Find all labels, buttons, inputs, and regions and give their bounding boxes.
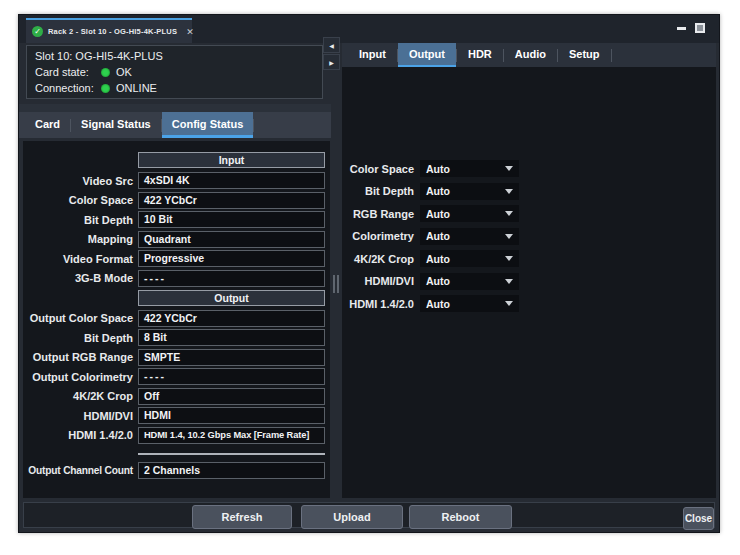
setting-row: HDMI 1.4/2.0 Auto — [342, 295, 716, 312]
config-row: HDMI/DVI HDMI — [23, 407, 325, 424]
field-value: Quadrant — [138, 231, 325, 248]
config-row: Bit Depth 10 Bit — [23, 211, 325, 228]
setting-label: RGB Range — [342, 208, 420, 220]
window-controls — [677, 23, 705, 33]
tab-card[interactable]: Card — [25, 112, 70, 138]
dropdown-value: Auto — [426, 253, 450, 265]
card-info-panel: Slot 10: OG-HI5-4K-PLUS Card state: OK C… — [26, 45, 323, 99]
connection-value: ONLINE — [116, 82, 157, 94]
section-divider — [138, 453, 325, 455]
tab-input[interactable]: Input — [348, 43, 397, 67]
setting-row: Colorimetry Auto — [342, 228, 716, 245]
dropdown-colorimetry[interactable]: Auto — [420, 228, 519, 245]
upload-button[interactable]: Upload — [301, 505, 403, 529]
card-state-led-icon — [101, 68, 110, 77]
field-value: 422 YCbCr — [138, 192, 325, 209]
field-label: Color Space — [23, 194, 138, 206]
setting-row: Color Space Auto — [342, 160, 716, 177]
dropdown-caret-icon — [505, 279, 513, 284]
setting-row: Bit Depth Auto — [342, 183, 716, 200]
footer-bar: Refresh Upload Reboot Close — [19, 498, 719, 532]
rack-slot-tab[interactable]: ✓ Rack 2 - Slot 10 - OG-HI5-4K-PLUS ✕ — [26, 18, 192, 43]
field-label: Mapping — [23, 233, 138, 245]
dropdown-rgb-range[interactable]: Auto — [420, 205, 519, 222]
card-tab-bar: Card Signal Status Config Status — [19, 112, 331, 138]
field-value: SMPTE — [138, 349, 325, 366]
field-value: HDMI 1.4, 10.2 Gbps Max [Frame Rate] — [138, 427, 325, 444]
field-value: Off — [138, 388, 325, 405]
dropdown-value: Auto — [426, 185, 450, 197]
panel-collapse-controls: ◀ ▶ — [323, 37, 340, 71]
config-row: Output RGB Range SMPTE — [23, 349, 325, 366]
setting-row: RGB Range Auto — [342, 205, 716, 222]
config-row: 4K/2K Crop Off — [23, 388, 325, 405]
field-label: Output Colorimetry — [23, 371, 138, 383]
refresh-button[interactable]: Refresh — [192, 505, 292, 529]
tab-setup[interactable]: Setup — [558, 43, 611, 67]
tab-close-icon[interactable]: ✕ — [182, 27, 194, 37]
close-button[interactable]: Close — [683, 507, 714, 530]
card-state-row: Card state: OK — [35, 65, 314, 80]
tab-config-status[interactable]: Config Status — [162, 112, 254, 138]
slot-title: Slot 10: OG-HI5-4K-PLUS — [35, 49, 314, 64]
dropdown-color-space[interactable]: Auto — [420, 160, 519, 177]
tab-signal-status[interactable]: Signal Status — [71, 112, 161, 138]
panel-splitter[interactable] — [330, 43, 342, 500]
maximize-icon[interactable] — [695, 23, 705, 33]
field-label: 4K/2K Crop — [23, 390, 138, 402]
dropdown-caret-icon — [505, 166, 513, 171]
dropdown-bit-depth[interactable]: Auto — [420, 183, 519, 200]
config-row: Color Space 422 YCbCr — [23, 192, 325, 209]
setting-label: HDMI 1.4/2.0 — [342, 298, 420, 310]
tab-separator — [611, 49, 612, 62]
config-row: Video Format Progressive — [23, 250, 325, 267]
output-settings-panel: Color Space Auto Bit Depth Auto RGB Rang… — [342, 67, 716, 499]
field-label: Output Color Space — [23, 312, 138, 324]
status-ok-circle-icon: ✓ — [32, 26, 43, 37]
setting-label: Colorimetry — [342, 230, 420, 242]
dropdown-value: Auto — [426, 163, 450, 175]
field-label: Output Channel Count — [23, 465, 138, 476]
expand-right-icon[interactable]: ▶ — [323, 54, 340, 70]
dropdown-caret-icon — [505, 301, 513, 306]
dropdown-value: Auto — [426, 298, 450, 310]
config-row: Output Channel Count 2 Channels — [23, 462, 325, 479]
field-label: Bit Depth — [23, 214, 138, 226]
setting-label: 4K/2K Crop — [342, 253, 420, 265]
minimize-icon[interactable] — [677, 27, 686, 30]
dropdown-value: Auto — [426, 208, 450, 220]
card-state-label: Card state: — [35, 66, 101, 78]
title-bar: ✓ Rack 2 - Slot 10 - OG-HI5-4K-PLUS ✕ — [19, 15, 719, 43]
setting-row: HDMI/DVI Auto — [342, 273, 716, 290]
config-row: Bit Depth 8 Bit — [23, 329, 325, 346]
field-value: HDMI — [138, 407, 325, 424]
field-value: 2 Channels — [138, 462, 325, 479]
config-row: Output Color Space 422 YCbCr — [23, 310, 325, 327]
tab-audio[interactable]: Audio — [504, 43, 557, 67]
dropdown-4k-2k-crop[interactable]: Auto — [420, 250, 519, 267]
tab-hdr[interactable]: HDR — [457, 43, 503, 67]
tab-title: Rack 2 - Slot 10 - OG-HI5-4K-PLUS — [48, 27, 177, 36]
dropdown-caret-icon — [505, 234, 513, 239]
field-value: ---- — [138, 368, 325, 385]
field-label: HDMI/DVI — [23, 410, 138, 422]
connection-row: Connection: ONLINE — [35, 81, 314, 96]
reboot-button[interactable]: Reboot — [409, 505, 512, 529]
settings-tab-bar: Input Output HDR Audio Setup — [342, 43, 716, 67]
dropdown-value: Auto — [426, 230, 450, 242]
dropdown-caret-icon — [505, 211, 513, 216]
tab-output[interactable]: Output — [398, 43, 456, 67]
field-label: Video Src — [23, 175, 138, 187]
tab-strip-spacer — [19, 104, 331, 112]
dropdown-hdmi-1-4-2-0[interactable]: Auto — [420, 295, 519, 312]
setting-row: 4K/2K Crop Auto — [342, 250, 716, 267]
config-status-panel: Input Video Src 4xSDI 4K Color Space 422… — [23, 141, 330, 498]
splitter-handle[interactable] — [330, 275, 342, 293]
output-section-header: Output — [138, 290, 325, 306]
field-value: ---- — [138, 270, 325, 287]
field-value: 8 Bit — [138, 329, 325, 346]
dropdown-hdmi-dvi[interactable]: Auto — [420, 273, 519, 290]
collapse-left-icon[interactable]: ◀ — [323, 37, 340, 53]
field-value: 10 Bit — [138, 211, 325, 228]
field-label: 3G-B Mode — [23, 272, 138, 284]
